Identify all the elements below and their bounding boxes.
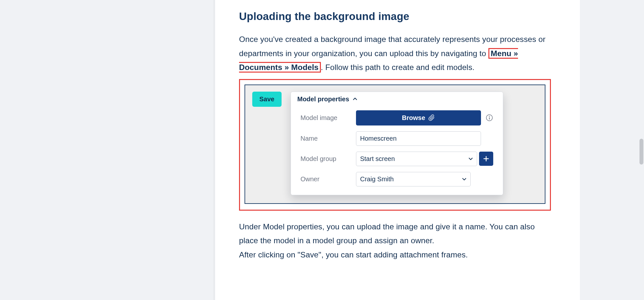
document-content: Uploading the background image Once you'…: [215, 0, 580, 300]
intro-post: . Follow this path to create and edit mo…: [321, 63, 475, 72]
name-input[interactable]: [356, 131, 481, 146]
model-group-select-wrap: Start screen: [356, 152, 477, 166]
info-icon[interactable]: [485, 114, 493, 122]
save-button[interactable]: Save: [252, 92, 282, 107]
add-model-group-button[interactable]: [479, 152, 493, 166]
owner-select-wrap: Craig Smith: [356, 172, 471, 186]
owner-label: Owner: [301, 175, 351, 183]
model-group-select[interactable]: Start screen: [356, 152, 477, 166]
name-row: Name: [301, 131, 493, 146]
scrollbar-thumb[interactable]: [639, 139, 643, 165]
plus-icon: [483, 155, 489, 162]
paperclip-icon: [428, 115, 435, 121]
figure-highlight-frame: Save Model properties Model image Browse: [239, 79, 551, 211]
model-image-label: Model image: [301, 114, 351, 122]
screenshot-panel: Save Model properties Model image Browse: [245, 85, 545, 204]
model-group-row: Model group Start screen: [301, 152, 493, 166]
chevron-up-icon: [352, 96, 358, 102]
name-label: Name: [301, 135, 351, 142]
intro-paragraph: Once you've created a background image t…: [239, 32, 551, 75]
svg-rect-2: [489, 117, 490, 120]
svg-point-1: [489, 116, 490, 117]
browse-button[interactable]: Browse: [356, 110, 481, 125]
section-heading: Uploading the background image: [239, 10, 551, 23]
model-properties-label: Model properties: [297, 95, 349, 103]
model-properties-form: Model image Browse Name: [291, 106, 503, 186]
model-group-label: Model group: [301, 155, 351, 163]
model-properties-button[interactable]: Model properties: [291, 92, 503, 106]
model-image-row: Model image Browse: [301, 110, 493, 125]
model-properties-dropdown-panel: Model properties Model image Browse: [291, 92, 503, 195]
owner-select[interactable]: Craig Smith: [356, 172, 471, 186]
scrollbar-track[interactable]: [638, 0, 644, 300]
outro-paragraph-2: After clicking on "Save", you can start …: [239, 248, 551, 262]
outro-paragraph-1: Under Model properties, you can upload t…: [239, 220, 551, 248]
owner-row: Owner Craig Smith: [301, 172, 493, 186]
browse-button-label: Browse: [402, 114, 425, 122]
toolbar: Save Model properties Model image Browse: [252, 92, 538, 188]
